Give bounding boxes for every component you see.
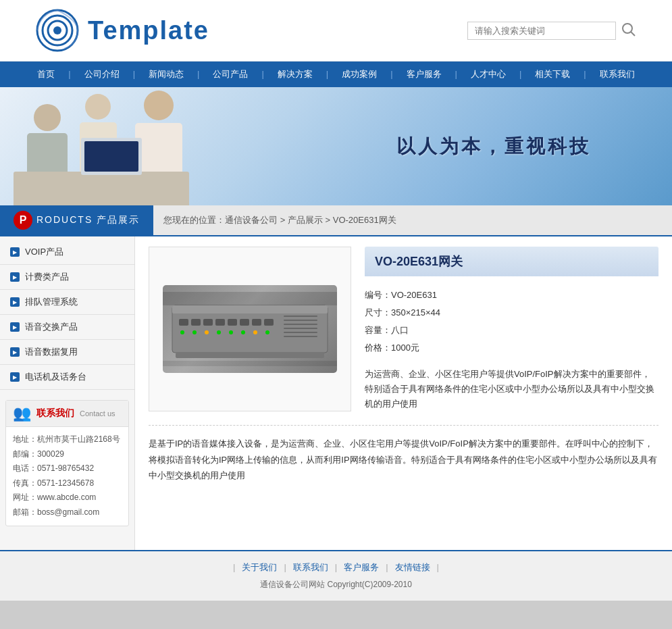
svg-rect-14 [252,319,261,326]
svg-rect-25 [284,320,317,321]
nav-separator: | [518,61,523,87]
product-specs: 编号：VO-20E631 尺寸：350×215×44 容量：八口 价格：1000… [365,286,658,357]
sidebar-arrow-icon [10,372,20,382]
nav-item-news: 新闻动态 [136,61,196,87]
svg-rect-7 [172,305,328,313]
sidebar-arrow-icon [10,272,20,282]
sidebar-menu: VOIP产品计费类产品排队管理系统语音交换产品语音数据复用电话机及话务台 [0,240,134,390]
sidebar-item: 计费类产品 [0,265,134,290]
nav-link-products[interactable]: 公司产品 [201,61,260,87]
footer: |关于我们|联系我们|客户服务|友情链接| 通信设备公司网站 Copyright… [0,550,672,601]
svg-point-16 [180,330,184,334]
sidebar-link-phone[interactable]: 电话机及话务台 [0,365,134,389]
sidebar-item: 电话机及话务台 [0,365,134,390]
sidebar-link-billing[interactable]: 计费类产品 [0,265,134,289]
search-input[interactable] [467,22,616,40]
svg-rect-29 [284,336,317,337]
svg-rect-28 [284,332,317,333]
svg-rect-13 [240,319,249,326]
footer-link-about[interactable]: 关于我们 [235,561,284,574]
search-area [467,20,638,41]
sidebar-item-label: 语音交换产品 [25,321,78,333]
footer-link-service[interactable]: 客户服务 [337,561,386,574]
sidebar-link-voice-switch[interactable]: 语音交换产品 [0,315,134,339]
header: Template [0,0,672,61]
sidebar-link-queue[interactable]: 排队管理系统 [0,290,134,314]
product-name: VO-20E631网关 [365,247,658,276]
nav-separator: | [325,61,330,87]
contact-address: 地址：杭州市莫干山路2168号 [13,432,122,447]
product-capacity: 容量：八口 [365,322,658,339]
nav-link-hr[interactable]: 人才中心 [459,61,518,87]
footer-link-links[interactable]: 友情链接 [388,561,437,574]
nav-item-about: 公司介绍 [72,61,132,87]
sidebar-item: 语音数据复用 [0,340,134,365]
footer-separator: | [437,562,439,572]
nav-link-solutions[interactable]: 解决方案 [265,61,325,87]
page-wrapper: Template 首页|公司介绍|新闻动态|公司产品|解决方案|成功案例|客户服… [0,0,672,601]
contact-tel: 电话：0571-98765432 [13,461,122,476]
banner-slogan: 以人为本，重视科技 [396,134,591,159]
nav-link-news[interactable]: 新闻动态 [136,61,196,87]
banner-image [0,87,284,205]
sidebar-item-label: VOIP产品 [25,246,63,258]
nav-link-cases[interactable]: 成功案例 [330,61,389,87]
nav-link-contact[interactable]: 联系我们 [588,61,647,87]
sidebar-item-label: 电话机及话务台 [25,371,86,383]
section-header: P RODUCTS 产品展示 您现在的位置：通信设备公司 > 产品展示 > VO… [0,205,672,236]
products-p-icon: P [14,211,32,230]
product-image [163,285,337,373]
svg-rect-24 [284,316,317,317]
nav-separator: | [260,61,265,87]
nav-item-download: 相关下载 [523,61,582,87]
nav-link-about[interactable]: 公司介绍 [72,61,132,87]
svg-point-17 [192,330,197,334]
nav-item-solutions: 解决方案 [265,61,325,87]
nav-item-contact: 联系我们 [588,61,647,87]
contact-email: 邮箱：boss@gmail.com [13,505,122,520]
sidebar-item-label: 计费类产品 [25,271,69,283]
svg-rect-27 [284,328,317,329]
svg-point-3 [53,26,61,34]
footer-link-contact[interactable]: 联系我们 [286,561,335,574]
nav-link-service[interactable]: 客户服务 [394,61,454,87]
svg-point-19 [217,330,221,334]
nav-item-hr: 人才中心 [459,61,518,87]
nav-item-service: 客户服务 [394,61,454,87]
sidebar: VOIP产品计费类产品排队管理系统语音交换产品语音数据复用电话机及话务台 👥 联… [0,236,135,550]
product-price: 价格：1000元 [365,339,658,357]
contact-subtitle: Contact us [80,409,115,418]
contact-box: 👥 联系我们 Contact us 地址：杭州市莫干山路2168号 邮编：300… [5,400,129,526]
search-icon [621,22,636,37]
sidebar-item-label: 语音数据复用 [25,346,78,358]
product-code: 编号：VO-20E631 [365,286,658,304]
svg-point-23 [265,330,269,334]
contact-web: 网址：www.abcde.com [13,490,122,505]
svg-rect-9 [191,319,201,326]
svg-rect-12 [228,319,237,326]
contact-info: 地址：杭州市莫干山路2168号 邮编：300029 电话：0571-987654… [13,432,122,520]
logo-icon [34,7,81,54]
nav-item-products: 公司产品 [201,61,260,87]
sidebar-item-label: 排队管理系统 [25,296,78,308]
sidebar-item: 排队管理系统 [0,290,134,315]
nav-separator: | [454,61,459,87]
svg-rect-8 [179,319,188,326]
nav-link-download[interactable]: 相关下载 [523,61,582,87]
footer-links: |关于我们|联系我们|客户服务|友情链接| [14,561,658,574]
sidebar-arrow-icon [10,297,20,307]
contact-title: 联系我们 [36,407,74,420]
search-button[interactable] [619,20,638,41]
main-content: VOIP产品计费类产品排队管理系统语音交换产品语音数据复用电话机及话务台 👥 联… [0,236,672,550]
sidebar-link-voip[interactable]: VOIP产品 [0,240,134,264]
logo-area: Template [34,7,209,54]
sidebar-link-voice-data[interactable]: 语音数据复用 [0,340,134,364]
svg-rect-26 [284,324,317,325]
sidebar-arrow-icon [10,322,20,332]
breadcrumb: 您现在的位置：通信设备公司 > 产品展示 > VO-20E631网关 [153,205,672,235]
svg-rect-10 [203,319,213,326]
product-info: VO-20E631网关 编号：VO-20E631 尺寸：350×215×44 容… [365,247,658,411]
sidebar-arrow-icon [10,247,20,257]
nav-link-home[interactable]: 首页 [25,61,67,87]
logo-text: Template [88,16,209,45]
